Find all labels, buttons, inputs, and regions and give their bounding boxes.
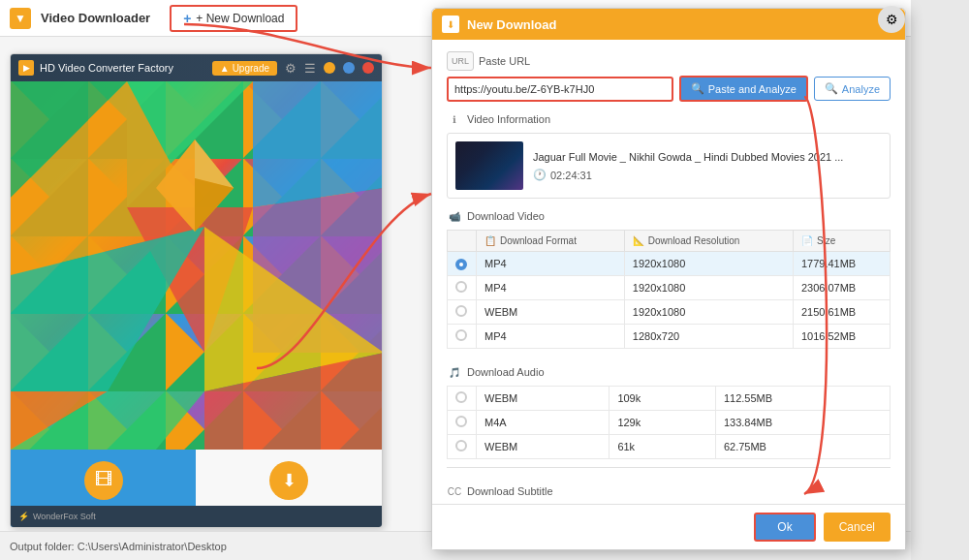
- inner-controls: ▲ Upgrade ⚙ ☰: [212, 61, 374, 76]
- audio-size-cell: 62.75MB: [715, 435, 890, 459]
- col-select: [448, 231, 477, 252]
- video-format-row[interactable]: MP4 1280x720 1016.52MB: [448, 325, 891, 349]
- col-size-header: 📄 Size: [793, 231, 890, 252]
- audio-format-row[interactable]: WEBM 109k 112.55MB: [448, 387, 891, 411]
- radio-cell: [448, 411, 477, 435]
- size-cell: 2150.61MB: [793, 300, 890, 325]
- audio-size-cell: 133.84MB: [715, 411, 890, 435]
- thumb-inner: [455, 141, 523, 190]
- radio-cell: [448, 252, 477, 276]
- download-video-label: Download Video: [467, 210, 545, 222]
- video-thumbnail: [455, 141, 523, 190]
- format-cell: MP4: [477, 276, 625, 300]
- size-col-label: Size: [817, 235, 835, 246]
- size-cell: 1016.52MB: [793, 325, 890, 349]
- wonderfox-label: WonderFox Soft: [33, 512, 96, 521]
- video-info-header: ℹ Video Information: [447, 111, 891, 127]
- format-table-wrapper[interactable]: 📋 Download Format 📐 Download Resolution: [447, 230, 891, 357]
- radio-cell: [448, 276, 477, 300]
- audio-bitrate-cell: 129k: [610, 411, 716, 435]
- radio-button[interactable]: [455, 259, 467, 270]
- upgrade-icon: ▲: [220, 63, 230, 74]
- analyze-label: Analyze: [842, 83, 880, 95]
- audio-format-cell: WEBM: [477, 387, 610, 411]
- video-format-row[interactable]: WEBM 1920x1080 2150.61MB: [448, 300, 891, 325]
- audio-size-cell: 112.55MB: [715, 387, 890, 411]
- inner-bottom-bar: ⚡ WonderFox Soft: [11, 506, 382, 527]
- radio-cell: [448, 387, 477, 411]
- subtitle-header: CC Download Subtitle: [447, 483, 891, 499]
- inner-app-logo: ▶: [18, 60, 34, 76]
- audio-format-row[interactable]: WEBM 61k 62.75MB: [448, 435, 891, 459]
- top-right-gear-icon[interactable]: ⚙: [878, 6, 905, 33]
- resolution-col-icon: 📐: [633, 235, 644, 246]
- radio-cell: [448, 435, 477, 459]
- radio-button[interactable]: [455, 329, 467, 341]
- paste-analyze-label: Paste and Analyze: [708, 83, 797, 95]
- info-icon: ℹ: [447, 111, 462, 127]
- cancel-label: Cancel: [839, 520, 875, 534]
- subtitle-icon: CC: [447, 483, 462, 499]
- minimize-button[interactable]: [324, 62, 335, 74]
- video-format-row[interactable]: MP4 1920x1080 1779.41MB: [448, 252, 891, 276]
- download-audio-header: 🎵 Download Audio: [447, 364, 891, 380]
- audio-format-row[interactable]: M4A 129k 133.84MB: [448, 411, 891, 435]
- video-info-label: Video Information: [467, 113, 550, 125]
- audio-format-cell: WEBM: [477, 435, 610, 459]
- format-table: 📋 Download Format 📐 Download Resolution: [447, 230, 891, 349]
- gear-icon[interactable]: ⚙: [285, 61, 297, 76]
- url-input[interactable]: [447, 77, 673, 102]
- radio-button[interactable]: [455, 305, 467, 317]
- paste-analyze-button[interactable]: 🔍 Paste and Analyze: [679, 76, 808, 102]
- ok-label: Ok: [777, 520, 792, 534]
- maximize-button[interactable]: [343, 62, 355, 74]
- svg-marker-2: [253, 81, 382, 207]
- audio-radio-button[interactable]: [455, 440, 467, 451]
- format-cell: WEBM: [477, 300, 625, 325]
- geometric-background: [11, 81, 382, 450]
- inner-titlebar: ▶ HD Video Converter Factory ▲ Upgrade ⚙…: [11, 54, 382, 81]
- close-button[interactable]: [362, 62, 374, 74]
- format-cell: MP4: [477, 252, 625, 276]
- dialog-logo: ⬇: [442, 16, 459, 33]
- size-col-icon: 📄: [801, 235, 813, 246]
- resolution-cell: 1920x1080: [624, 300, 793, 325]
- download-video-header: 📹 Download Video: [447, 208, 891, 224]
- duration-value: 02:24:31: [550, 170, 592, 181]
- video-info-section: Jaguar Full Movie _ Nikhil Gowda _ Hindi…: [447, 133, 891, 199]
- gear-symbol: ⚙: [886, 12, 898, 27]
- audio-bitrate-cell: 109k: [610, 387, 716, 411]
- new-download-button[interactable]: + + New Download: [170, 5, 297, 32]
- analyze-icon: 🔍: [825, 82, 838, 95]
- converter-icon: 🎞: [84, 461, 123, 500]
- video-format-row[interactable]: MP4 1920x1080 2306.07MB: [448, 276, 891, 300]
- upgrade-button[interactable]: ▲ Upgrade: [212, 61, 277, 76]
- paste-icon: 🔍: [691, 82, 704, 95]
- format-col-label: Download Format: [500, 235, 577, 246]
- audio-radio-button[interactable]: [455, 391, 467, 403]
- video-title: Jaguar Full Movie _ Nikhil Gowda _ Hindi…: [533, 150, 882, 164]
- video-duration: 🕐 02:24:31: [533, 169, 882, 181]
- resolution-cell: 1920x1080: [624, 252, 793, 276]
- size-cell: 2306.07MB: [793, 276, 890, 300]
- size-cell: 1779.41MB: [793, 252, 890, 276]
- audio-icon: 🎵: [447, 364, 462, 380]
- radio-button[interactable]: [455, 281, 467, 293]
- cancel-button[interactable]: Cancel: [824, 513, 891, 542]
- audio-format-cell: M4A: [477, 411, 610, 435]
- resolution-cell: 1280x720: [624, 325, 793, 349]
- audio-radio-button[interactable]: [455, 416, 467, 427]
- new-download-label: + New Download: [196, 12, 284, 25]
- ok-button[interactable]: Ok: [754, 513, 815, 542]
- paste-url-label: Paste URL: [479, 55, 530, 67]
- dialog-footer: Ok Cancel: [432, 504, 905, 549]
- video-details: Jaguar Full Movie _ Nikhil Gowda _ Hindi…: [533, 150, 882, 181]
- format-col-icon: 📋: [484, 235, 496, 246]
- audio-format-table: WEBM 109k 112.55MB M4A 129k 133.84MB WEB…: [447, 386, 891, 459]
- analyze-button[interactable]: 🔍 Analyze: [814, 77, 891, 101]
- resolution-col-label: Download Resolution: [648, 235, 740, 246]
- menu-icon[interactable]: ☰: [304, 61, 316, 76]
- new-download-dialog: ⬇ New Download ✕ URL Paste URL 🔍 Paste a…: [431, 8, 906, 550]
- paste-url-section-label: URL Paste URL: [447, 51, 891, 71]
- dialog-title: New Download: [467, 17, 875, 32]
